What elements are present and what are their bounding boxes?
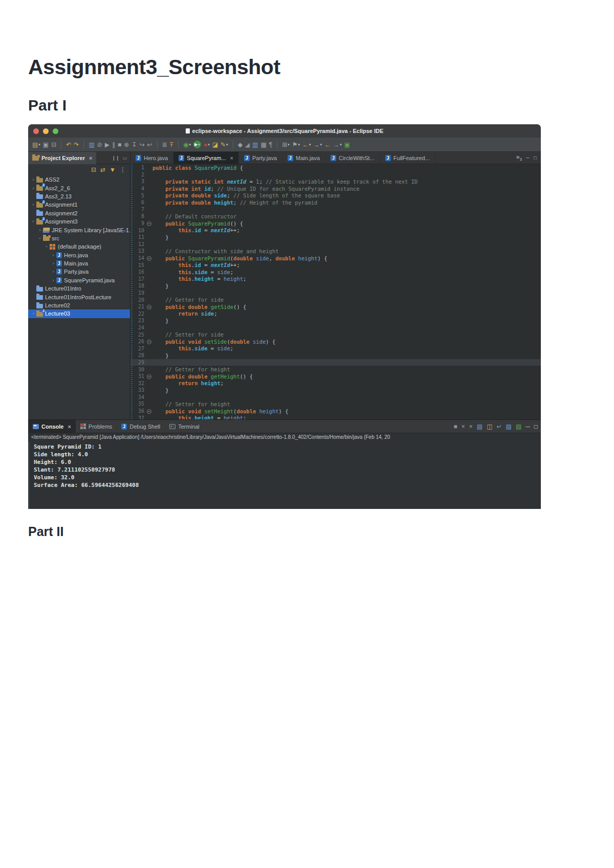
code-line[interactable]: 23 } [130,317,541,324]
terminate-icon[interactable]: ■ [118,141,121,149]
new-window-icon[interactable]: ▥ [252,141,258,149]
tree-item-hero-java[interactable]: ›Hero.java [28,251,130,259]
pause-icon[interactable]: ∥ [112,141,115,149]
format-source-icon[interactable]: ≣ [162,141,167,149]
undo-icon[interactable]: ↶ [66,141,71,149]
code-line[interactable]: 27 this.side = side; [130,345,541,352]
pin-console-icon[interactable]: ▤ [506,422,512,431]
code-line[interactable]: 35 // Setter for height [130,400,541,408]
tab-hero-java[interactable]: Hero.java [130,152,173,164]
code-line[interactable]: 12 [130,241,541,248]
maximize-editor-icon[interactable]: □ [534,155,537,161]
new-wizard-icon[interactable]: ▤▾ [32,141,40,149]
tree-item-ass2[interactable]: ›ASS2 [28,175,130,184]
fold-marker-icon[interactable] [146,255,152,262]
fold-marker-icon[interactable] [146,408,152,415]
tab-squarepyram[interactable]: SquarePyram...× [173,152,239,164]
tree-item-assignment1[interactable]: ›Assignment1 [28,201,130,209]
tab-party-java[interactable]: Party.java [239,152,282,164]
tree-item-jre-system-library-javase-1[interactable]: ›JRE System Library [JavaSE-1. [28,226,130,234]
close-icon[interactable]: × [230,155,233,161]
close-icon[interactable]: × [89,155,92,161]
link-with-editor-icon[interactable]: ⇄ [100,166,105,174]
table-view-icon[interactable]: ▦ [260,141,266,149]
code-line[interactable]: 37 this.height = height; [130,414,541,419]
tree-item-lecture03[interactable]: ›Lecture03 [28,309,130,318]
code-line[interactable]: 18 } [130,282,541,290]
expand-arrow-icon[interactable]: › [50,261,56,266]
code-editor[interactable]: 1public class SquarePyramid {23 private … [130,164,541,419]
terminate-icon[interactable]: ■ [454,422,457,431]
tree-item-ass2-2-6[interactable]: ›Ass2_2_6 [28,184,130,192]
text-tool-icon[interactable]: ¶ [269,141,272,149]
expand-arrow-icon[interactable]: › [30,177,36,182]
code-line[interactable]: 25 // Setter for side [130,331,541,338]
tree-item-lecture02[interactable]: Lecture02 [28,301,130,309]
tab-project-explorer[interactable]: Project Explorer × [28,152,96,164]
code-line[interactable]: 7 [130,206,541,213]
close-icon[interactable]: × [68,424,71,430]
step-return-icon[interactable]: ↩ [147,141,152,149]
code-line[interactable]: 8 // Default constructor [130,213,541,220]
tree-item-assignment2[interactable]: Assignment2 [28,209,130,217]
filter-icon[interactable]: ▼ [109,166,116,174]
coverage-icon[interactable]: ◉▾ [183,141,191,149]
expand-arrow-icon[interactable]: › [31,218,36,225]
console-output[interactable]: Square Pyramid ID: 1Side length: 4.0Heig… [28,442,541,509]
last-edit-location-icon[interactable]: ← [324,141,331,149]
code-line[interactable]: 33 } [130,387,541,394]
pin-editor-icon[interactable]: ◢ [245,141,250,149]
console-tab-debug-shell[interactable]: Debug Shell [117,420,165,433]
clear-console-icon[interactable]: ▤ [477,422,483,431]
step-over-icon[interactable]: ↪ [139,141,144,149]
tree-item-squarepyramid-java[interactable]: ›SquarePyramid.java [28,276,130,284]
expand-arrow-icon[interactable]: › [50,278,56,283]
trace-icon[interactable]: Ŧ [170,141,173,149]
expand-arrow-icon[interactable]: › [30,311,36,316]
code-line[interactable]: 28 } [130,352,541,359]
expand-arrow-icon[interactable]: › [37,235,42,241]
search-mark-icon[interactable]: ⚑▾ [292,141,300,149]
minimize-editor-icon[interactable]: ─ [526,155,530,161]
code-line[interactable]: 9 public SquarePyramid() { [130,220,541,227]
word-wrap-icon[interactable]: ↵ [496,422,501,431]
expand-arrow-icon[interactable]: › [30,202,36,207]
code-line[interactable]: 4 private int id; // Unique ID for each … [130,185,541,192]
tree-item-default-package[interactable]: ›(default package) [28,242,130,251]
tree-item-party-java[interactable]: ›Party.java [28,268,130,276]
code-line[interactable]: 22 return side; [130,310,541,317]
fold-marker-icon[interactable] [146,220,152,227]
tree-item-assignment3[interactable]: ›Assignment3 [28,217,130,226]
console-tab-console[interactable]: Console× [28,420,76,433]
annotate-icon[interactable]: ✎▾ [221,141,228,149]
code-line[interactable]: 21 public double getSide() { [130,303,541,310]
code-line[interactable]: 1public class SquarePyramid { [130,164,541,171]
minimize-icon[interactable]: ─ [525,422,530,431]
tab-overflow-icon[interactable]: »3 [516,153,522,162]
tab-circlewithst[interactable]: CircleWithSt... [325,152,380,164]
step-into-icon[interactable]: ↧ [131,141,137,149]
code-line[interactable]: 3 private static int nextId = 1; // Stat… [130,178,541,185]
fold-marker-icon[interactable] [146,338,152,345]
code-line[interactable]: 29 [130,359,541,366]
code-line[interactable]: 26 public void setSide(double side) { [130,338,541,345]
code-line[interactable]: 30 // Getter for height [130,366,541,373]
code-line[interactable]: 6 private double height; // Height of th… [130,199,541,206]
view-menu-icon[interactable]: ⋮ [120,166,126,174]
open-resource-icon[interactable]: ◪ [212,141,218,149]
console-window-icon[interactable]: ▥ [89,141,94,149]
next-edit-location-icon[interactable]: →▾ [333,141,342,149]
code-line[interactable]: 15 this.id = nextId++; [130,261,541,269]
code-line[interactable]: 20 // Getter for side [130,296,541,303]
console-tab-problems[interactable]: Problems [76,420,117,433]
code-line[interactable]: 36 public void setHeight(double height) … [130,408,541,415]
fold-marker-icon[interactable] [146,373,152,380]
code-line[interactable]: 31 public double getHeight() { [130,373,541,380]
task-comment-icon[interactable]: ◆ [238,141,243,149]
fold-marker-icon[interactable] [146,303,152,310]
run-icon[interactable]: ▶▾ [193,141,201,148]
tree-item-ass3-2-13[interactable]: Ass3_2.13 [28,192,130,201]
maximize-view-icon[interactable]: ▭ [122,155,127,161]
tree-item-lecture01intro[interactable]: Lecture01Intro [28,284,130,293]
remove-launch-icon[interactable]: × [462,422,465,431]
